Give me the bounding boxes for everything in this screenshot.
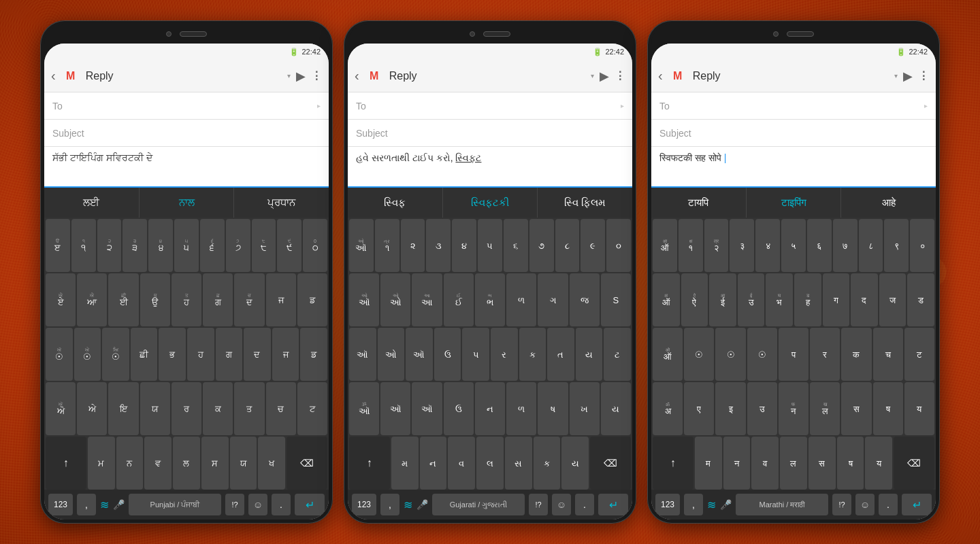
m-key-c2[interactable]: ☉ (715, 328, 745, 381)
g-key-ઓ[interactable]: ઓઑ (349, 219, 374, 272)
m-key-c1[interactable]: ☉ (684, 328, 714, 381)
send-button-3[interactable]: ▶ (903, 69, 913, 84)
key-ਯ[interactable]: ਯ (140, 382, 170, 435)
g-key-4[interactable]: ૪ (452, 219, 476, 272)
g-key-n2[interactable]: ઑ (412, 382, 442, 435)
m-key-ई[interactable]: ईउ (738, 273, 765, 326)
key-੬[interactable]: ੬੬ (200, 219, 225, 272)
key-circ2[interactable]: ਅੇ☉ (74, 328, 101, 381)
g-key-ઓ6[interactable]: ઑ (406, 328, 433, 381)
g-key-8[interactable]: ૮ (555, 219, 580, 272)
m-key-ष[interactable]: ष (873, 382, 903, 435)
key-ਜ2[interactable]: ਜ (272, 328, 299, 381)
keyboard-2[interactable]: ઓઑ ત્ર૧ ૨ ૩ ૪ ૫ ૬ ૭ ૮ ૯ ૦ ઓઑ ઓઓ (348, 218, 632, 520)
g-key-1[interactable]: ત્ર૧ (375, 219, 399, 272)
g-key-9[interactable]: ૯ (581, 219, 605, 272)
key-ਲ[interactable]: ਲ (173, 437, 200, 490)
key-ਉ[interactable]: ਥਉ (140, 273, 170, 326)
key-ਅੋ2[interactable]: ਅੋਅੋ (46, 382, 76, 435)
m-key-ड[interactable]: डह (794, 273, 821, 326)
g-key-ન[interactable]: ન (475, 382, 505, 435)
key-ਡ[interactable]: ਡ (297, 273, 327, 326)
key-੯[interactable]: ੯੯ (277, 219, 301, 272)
suggestion-3-0[interactable]: टायपि (651, 188, 747, 218)
g-key-ઓ5[interactable]: ઓ (378, 328, 405, 381)
subject-field-1[interactable]: Subject (44, 120, 329, 147)
m-key-द[interactable]: द (851, 273, 878, 326)
g-key-ખ[interactable]: ખ (570, 382, 600, 435)
suggestion-2-1[interactable]: સ્વિફ્ટકી (443, 188, 538, 218)
lang-key-1[interactable]: Punjabi / ਪੰਜਾਬੀ (129, 494, 221, 515)
m-key-न2[interactable]: न (723, 437, 751, 490)
key-੫[interactable]: ੫੫ (174, 219, 199, 272)
m-key-ष2[interactable]: ष (837, 437, 864, 490)
m-key-ल2[interactable]: ल (780, 437, 807, 490)
emoji-key-3[interactable]: ☺ (855, 494, 875, 515)
to-field-2[interactable]: To ▸ (348, 92, 632, 120)
key-ਖ[interactable]: ਖ (258, 437, 285, 490)
mic-icon-3[interactable]: 🎤 (720, 499, 732, 510)
key-ਏ[interactable]: ਐਏ (46, 273, 76, 326)
num-key-3[interactable]: 123 (655, 494, 680, 515)
key-ਯ2[interactable]: ਯ (230, 437, 257, 490)
backspace-key-1[interactable]: ⌫ (287, 437, 327, 490)
backspace-key-3[interactable]: ⌫ (894, 437, 934, 490)
g-key-0[interactable]: ૦ (606, 219, 631, 272)
comma-key-1[interactable]: , (77, 494, 96, 515)
key-ੳ[interactable]: ੳੲ (46, 219, 70, 272)
g-key-ળ[interactable]: ળ (506, 273, 536, 326)
emoji-key-1[interactable]: ☺ (248, 494, 267, 515)
m-key-2[interactable]: त्र२ (704, 219, 729, 272)
m-key-घ[interactable]: घभ (766, 273, 793, 326)
more-button-1[interactable]: ⋮ (311, 69, 322, 82)
key-ਦ[interactable]: ਚਦ (234, 273, 264, 326)
g-key-ઉ2[interactable]: ઉ (444, 382, 474, 435)
key-ਮ[interactable]: ਮ (88, 437, 115, 490)
m-key-उ2[interactable]: उ (747, 382, 777, 435)
shift-key-1[interactable]: ↑ (46, 437, 86, 490)
key-ਆ[interactable]: ਐਆ (77, 273, 107, 326)
m-key-स2[interactable]: स (808, 437, 836, 490)
enter-key-3[interactable]: ↵ (902, 494, 932, 515)
g-key-ય3[interactable]: ય (561, 437, 589, 490)
back-button-2[interactable]: ‹ (355, 68, 359, 84)
body-field-1[interactable]: ਸੱਭੀ ਟਾਇਪਿੰਗ ਸਵਿਰਟਕੀ ਦੇ (44, 147, 329, 188)
suggestion-3-1[interactable]: टाइपिंग (747, 188, 842, 218)
m-key-ट[interactable]: ट (904, 328, 934, 381)
dropdown-icon-1[interactable]: ▾ (287, 72, 291, 80)
g-key-ય2[interactable]: ય (601, 382, 631, 435)
m-key-6[interactable]: ६ (807, 219, 832, 272)
suggestion-2-0[interactable]: સ્વિફ (348, 188, 443, 218)
m-key-ग[interactable]: ग (823, 273, 850, 326)
key-circ3[interactable]: ਅਿ☉ (102, 328, 129, 381)
mic-icon-2[interactable]: 🎤 (416, 499, 428, 510)
g-key-પ[interactable]: પ (462, 328, 489, 381)
g-key-5[interactable]: ૫ (478, 219, 502, 272)
key-ਨ[interactable]: ਨ (116, 437, 144, 490)
emoji-key-2[interactable]: ☺ (552, 494, 571, 515)
shift-key-3[interactable]: ↑ (653, 437, 693, 490)
dropdown-icon-2[interactable]: ▾ (591, 72, 594, 80)
back-button-3[interactable]: ‹ (658, 68, 663, 84)
comma-key-3[interactable]: , (684, 494, 703, 515)
g-key-ઈ[interactable]: ઈઈ (444, 273, 474, 326)
backspace-key-2[interactable]: ⌫ (590, 437, 631, 490)
period-key-1[interactable]: . (272, 494, 291, 515)
key-੦[interactable]: 0੦ (303, 219, 327, 272)
body-field-2[interactable]: હવે સરળતાથી ટાઈપ કરો, સ્વિફ્ટ (348, 147, 632, 188)
g-key-ય[interactable]: ય (576, 328, 603, 381)
key-ਅੇ2[interactable]: ਅੇ (77, 382, 107, 435)
suggestion-1-2[interactable]: ਪ੍ਰਧਾਨ (234, 188, 329, 218)
mic-icon-1[interactable]: 🎤 (113, 499, 125, 510)
g-key-ઑ7[interactable]: ઉ (434, 328, 461, 381)
num-key-1[interactable]: 123 (48, 494, 73, 515)
send-button-2[interactable]: ▶ (600, 69, 609, 84)
comma-key-2[interactable]: , (380, 494, 399, 515)
key-ਸ[interactable]: ਸ (201, 437, 229, 490)
m-key-3[interactable]: ३ (730, 219, 754, 272)
m-key-8[interactable]: ८ (859, 219, 883, 272)
key-ਰ[interactable]: ਰ (172, 382, 201, 435)
keyboard-1[interactable]: ੳੲ ੧੧ ੨੨ ੩੩ ੪੪ ੫੫ ੬੬ ੭੭ ੮੮ ੯੯ 0੦ ਐਏ (44, 218, 329, 520)
period-key-3[interactable]: . (879, 494, 898, 515)
g-key-2[interactable]: ૨ (401, 219, 425, 272)
